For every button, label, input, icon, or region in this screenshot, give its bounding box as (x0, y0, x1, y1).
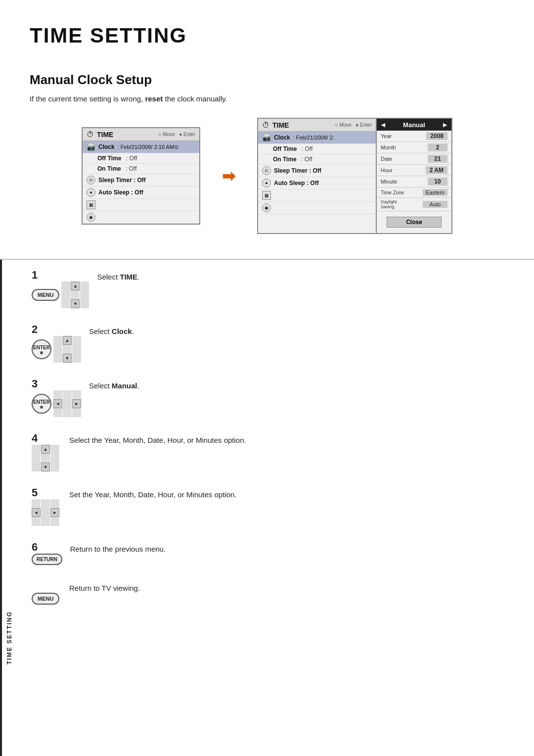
dpad-step1: ▲ ▼ (61, 282, 89, 308)
panel-left-row6: ◉ (83, 211, 199, 224)
panel-right-autosleep: ● Auto Sleep : Off (258, 177, 376, 189)
arrow-right: ➡ (222, 167, 235, 186)
time-icon-left: ⏱ (87, 130, 94, 139)
step-1-number: 1 (32, 270, 38, 281)
time-icon-right: ⏱ (262, 121, 269, 129)
panel-right-row6: ◉ (258, 202, 376, 214)
step-5-icons: ◄ ► (32, 499, 59, 526)
panel-right-clock-row: 📷 Clock : Feb/21/2008/ 2: (258, 132, 376, 144)
sleep-icon-right: ⊙ (262, 166, 271, 175)
step-4-number: 4 (32, 433, 38, 444)
panel-right-ontime: On Time : Off (258, 154, 376, 165)
panel-left-nav: ⊹ Move ● Enter (158, 132, 195, 137)
timezone-label: Time Zone (381, 190, 404, 195)
page-title: TIME SETTING (0, 0, 534, 47)
date-row: Date 21 (377, 153, 451, 165)
ontime-label-right: On Time (273, 156, 297, 163)
dpad-up-step2[interactable]: ▲ (63, 336, 72, 345)
year-value: 2008 (426, 132, 447, 140)
panel-left-autosleep: ● Auto Sleep : Off (83, 187, 199, 199)
year-label: Year (381, 133, 392, 139)
step-3-icons: ENTER ◄ ► (32, 390, 81, 417)
enter-button-step2[interactable]: ENTER (32, 339, 51, 359)
step-last-icons: MENU (32, 593, 59, 605)
step-1-text: Select TIME. (97, 270, 139, 283)
ontime-label-left: On Time (97, 165, 121, 172)
offtime-value-right: : Off (300, 145, 312, 152)
manual-settings-panel: ◄ Manual ► Year 2008 Month 2 Date 21 Hou… (376, 118, 452, 234)
sleep-label-left: Sleep Timer : Off (98, 177, 146, 184)
close-button[interactable]: Close (387, 217, 442, 228)
step-5: 5 ◄ ► (32, 487, 504, 526)
instructions-section: TIME SETTING 1 MENU ▲ (0, 260, 534, 756)
step-4-text: Select the Year, Month, Date, Hour, or M… (69, 433, 246, 446)
dpad-right-step3[interactable]: ► (72, 399, 81, 408)
panels-area: ⏱ TIME ⊹ Move ● Enter 📷 Clock : Feb/21/2… (0, 118, 534, 254)
ontime-value-right: : Off (300, 156, 312, 163)
minute-row: Minute 10 (377, 176, 451, 188)
row5-icon-right: ▦ (262, 191, 271, 200)
manual-left-arrow[interactable]: ◄ (380, 121, 387, 129)
dpad-down-step4[interactable]: ▼ (41, 463, 50, 472)
row5-icon-left: ▦ (87, 200, 95, 209)
section-heading: Manual Clock Setup (0, 47, 534, 94)
clock-value-right: : Feb/21/2008/ 2: (293, 135, 334, 141)
section-description: If the current time setting is wrong, re… (0, 94, 534, 118)
return-button-step6[interactable]: RETURN (32, 554, 62, 565)
dpad-left-step3[interactable]: ◄ (53, 399, 62, 408)
enter-button-step3[interactable]: ENTER (32, 394, 51, 414)
month-row: Month 2 (377, 142, 451, 153)
step-2-number: 2 (32, 324, 38, 335)
offtime-label-left: Off Time (97, 155, 121, 162)
dpad-up-step1[interactable]: ▲ (71, 282, 80, 290)
month-label: Month (381, 144, 396, 150)
step-menu-last: MENU Return to TV viewing. (32, 581, 504, 605)
manual-label: Manual (403, 121, 425, 129)
panel-left-sleep: ⊙ Sleep Timer : Off (83, 174, 199, 187)
daylight-row: DaylightSaving Auto (377, 198, 451, 211)
panel-left-ontime: On Time : Off (83, 164, 199, 174)
manual-right-arrow[interactable]: ► (442, 121, 448, 129)
panel-right-row5: ▦ (258, 189, 376, 202)
dpad-down-step1[interactable]: ▼ (71, 299, 80, 308)
daylight-value: Auto (423, 201, 447, 208)
minute-value: 10 (428, 178, 447, 186)
menu-button-last[interactable]: MENU (32, 593, 59, 605)
clock-label-right: Clock (274, 134, 290, 141)
year-row: Year 2008 (377, 131, 451, 142)
offtime-label-right: Off Time (273, 145, 297, 152)
step-3-text: Select Manual. (89, 378, 139, 392)
step-last-text: Return to TV viewing. (69, 581, 140, 594)
clock-value-left: : Feb/21/2008/ 2:10 AM⊙ (118, 144, 178, 150)
panel-left-row5: ▦ (83, 199, 199, 211)
menu-button-step1[interactable]: MENU (32, 289, 59, 301)
dpad-right-step5[interactable]: ► (50, 508, 59, 517)
hour-value: 2 AM (426, 166, 447, 174)
dpad-step3: ◄ ► (53, 390, 81, 417)
row6-icon-left: ◉ (87, 213, 95, 222)
panel-right-offtime: Off Time : Off (258, 144, 376, 154)
step-4-icons: ▲ ▼ (32, 445, 59, 472)
dpad-left-step5[interactable]: ◄ (32, 508, 41, 517)
autosleep-label-right: Auto Sleep : Off (274, 180, 319, 187)
panel-right-title: TIME (272, 121, 289, 129)
month-value: 2 (428, 143, 447, 151)
autosleep-icon-left: ● (87, 188, 95, 197)
timezone-row: Time Zone Eastern (377, 188, 451, 198)
tv-panel-right-composite: ⏱ TIME ⊹ Move ● Enter 📷 Clock : Feb/21/2… (257, 118, 452, 234)
panel-left-header: ⏱ TIME ⊹ Move ● Enter (83, 128, 199, 141)
step-2-text: Select Clock. (89, 324, 134, 337)
clock-label-left: Clock (98, 143, 115, 150)
dpad-down-step2[interactable]: ▼ (63, 354, 72, 363)
step-5-text: Set the Year, Month, Date, Hour, or Minu… (69, 487, 237, 501)
minute-label: Minute (381, 179, 397, 185)
autosleep-icon-right: ● (262, 179, 271, 188)
offtime-value-left: : Off (124, 155, 137, 162)
step-1-icons: MENU ▲ (32, 282, 89, 308)
step-3-number: 3 (32, 378, 38, 389)
sidebar-label: TIME SETTING (0, 260, 17, 756)
dpad-up-step4[interactable]: ▲ (41, 445, 50, 454)
step-2-icons: ENTER ▲ (32, 336, 81, 363)
autosleep-label-left: Auto Sleep : Off (98, 189, 143, 196)
hour-row: Hour 2 AM (377, 165, 451, 176)
